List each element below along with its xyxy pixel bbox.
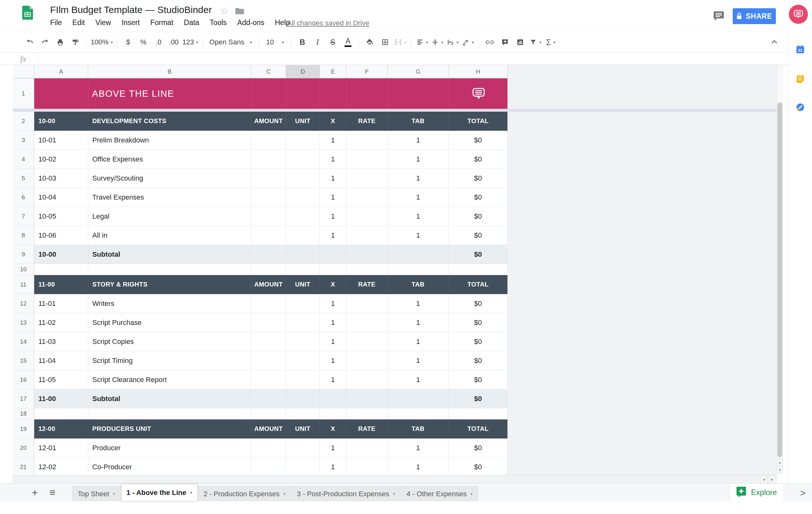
- cell-D2[interactable]: UNIT: [286, 112, 320, 131]
- menu-format[interactable]: Format: [150, 19, 174, 27]
- scroll-right-button[interactable]: ►: [768, 475, 776, 483]
- row-number-12[interactable]: 12: [13, 294, 34, 313]
- cell-F12[interactable]: [346, 294, 387, 313]
- cell-B9[interactable]: Subtotal: [88, 245, 251, 264]
- sheet-tab-4-other-expenses[interactable]: 4 - Other Expenses▾: [401, 486, 478, 501]
- document-title[interactable]: FIlm Budget Template — StudioBinder: [50, 4, 212, 15]
- cell-F4[interactable]: [346, 150, 387, 169]
- share-button[interactable]: SHARE: [733, 8, 776, 24]
- cell-B12[interactable]: Writers: [88, 294, 251, 313]
- cell-G3[interactable]: 1: [387, 131, 449, 150]
- row-number-11[interactable]: 11: [13, 275, 34, 294]
- cell-H3[interactable]: $0: [449, 131, 508, 150]
- cell-G11[interactable]: TAB: [387, 275, 449, 294]
- menu-insert[interactable]: Insert: [121, 19, 140, 27]
- explore-button[interactable]: Explore: [729, 484, 783, 501]
- cell-A19[interactable]: 12-00: [34, 420, 88, 438]
- cell-F10[interactable]: [346, 264, 387, 275]
- cell-B4[interactable]: Office Expenses: [88, 150, 251, 169]
- cell-A15[interactable]: 11-04: [34, 351, 88, 370]
- cell-A3[interactable]: 10-01: [34, 131, 88, 150]
- all-sheets-menu-button[interactable]: ≡: [50, 486, 56, 499]
- row-number-5[interactable]: 5: [13, 169, 34, 188]
- cell-E16[interactable]: 1: [320, 370, 346, 389]
- cell-F2[interactable]: RATE: [346, 112, 387, 131]
- menu-file[interactable]: File: [50, 19, 62, 27]
- insert-comment-button[interactable]: [498, 35, 512, 49]
- cell-B11[interactable]: STORY & RIGHTS: [88, 275, 251, 294]
- increase-decimal-button[interactable]: .00: [167, 35, 180, 49]
- cell-G7[interactable]: 1: [387, 207, 449, 226]
- row-number-21[interactable]: 21: [13, 458, 34, 475]
- cell-G4[interactable]: 1: [387, 150, 449, 169]
- cell-E2[interactable]: X: [320, 112, 346, 131]
- cell-D8[interactable]: [286, 226, 320, 245]
- row-number-17[interactable]: 17: [13, 389, 34, 408]
- cell-F3[interactable]: [346, 131, 387, 150]
- row-number-10[interactable]: 10: [13, 264, 34, 275]
- cell-A2[interactable]: 10-00: [34, 112, 88, 131]
- cell-A6[interactable]: 10-04: [34, 188, 88, 207]
- cell-D3[interactable]: [286, 131, 320, 150]
- cell-A17[interactable]: 11-00: [34, 389, 88, 408]
- cell-C15[interactable]: [251, 351, 286, 370]
- insert-chart-button[interactable]: [514, 35, 527, 49]
- cell-C12[interactable]: [251, 294, 286, 313]
- cell-D16[interactable]: [286, 370, 320, 389]
- italic-button[interactable]: I: [311, 35, 324, 49]
- cell-C21[interactable]: [251, 458, 286, 475]
- menu-edit[interactable]: Edit: [72, 19, 85, 27]
- cell-D18[interactable]: [286, 408, 320, 420]
- collapse-toolbar-icon[interactable]: [770, 38, 778, 48]
- cell-C6[interactable]: [251, 188, 286, 207]
- column-header-A[interactable]: A: [34, 65, 88, 78]
- functions-button[interactable]: Σ▾: [544, 35, 557, 49]
- cell-G12[interactable]: 1: [387, 294, 449, 313]
- cell-G17[interactable]: [387, 389, 449, 408]
- cell-B15[interactable]: Script Timing: [88, 351, 251, 370]
- print-button[interactable]: [54, 35, 67, 49]
- merge-cells-button[interactable]: ▾: [394, 35, 407, 49]
- cell-B14[interactable]: Script Copies: [88, 332, 251, 351]
- cell-H7[interactable]: $0: [449, 207, 508, 226]
- cell-E20[interactable]: 1: [320, 438, 346, 458]
- cell-E6[interactable]: 1: [320, 188, 346, 207]
- cell-E17[interactable]: [320, 389, 346, 408]
- cell-A8[interactable]: 10-06: [34, 226, 88, 245]
- menu-add-ons[interactable]: Add-ons: [237, 19, 264, 27]
- cell-F14[interactable]: [346, 332, 387, 351]
- text-wrap-button[interactable]: ▾: [446, 35, 459, 49]
- cell-F16[interactable]: [346, 370, 387, 389]
- cell-H17[interactable]: $0: [449, 389, 508, 408]
- cell-B10[interactable]: [88, 264, 251, 275]
- cell-B7[interactable]: Legal: [88, 207, 251, 226]
- tab-dropdown-icon[interactable]: ▾: [284, 491, 286, 496]
- cell-E18[interactable]: [320, 408, 346, 420]
- cell-G16[interactable]: 1: [387, 370, 449, 389]
- cell-A5[interactable]: 10-03: [34, 169, 88, 188]
- fill-color-button[interactable]: [363, 35, 377, 49]
- cell-H15[interactable]: $0: [449, 351, 508, 370]
- cell-F5[interactable]: [346, 169, 387, 188]
- cell-E4[interactable]: 1: [320, 150, 346, 169]
- cell-E5[interactable]: 1: [320, 169, 346, 188]
- row-number-6[interactable]: 6: [13, 188, 34, 207]
- cell-C9[interactable]: [251, 245, 286, 264]
- cell-A4[interactable]: 10-02: [34, 150, 88, 169]
- vertical-align-button[interactable]: ▾: [431, 35, 444, 49]
- cell-B20[interactable]: Producer: [88, 438, 251, 458]
- cell-H16[interactable]: $0: [449, 370, 508, 389]
- cell-E13[interactable]: 1: [320, 313, 346, 332]
- cell-A10[interactable]: [34, 264, 88, 275]
- star-icon[interactable]: ☆: [220, 5, 229, 16]
- cell-C14[interactable]: [251, 332, 286, 351]
- row-number-2[interactable]: 2: [13, 112, 34, 131]
- cell-H12[interactable]: $0: [449, 294, 508, 313]
- zoom-select[interactable]: 100%▾: [91, 35, 113, 49]
- cell-E14[interactable]: 1: [320, 332, 346, 351]
- cell-F15[interactable]: [346, 351, 387, 370]
- row-number-4[interactable]: 4: [13, 150, 34, 169]
- cell-H6[interactable]: $0: [449, 188, 508, 207]
- cell-A11[interactable]: 11-00: [34, 275, 88, 294]
- cell-E21[interactable]: 1: [320, 458, 346, 475]
